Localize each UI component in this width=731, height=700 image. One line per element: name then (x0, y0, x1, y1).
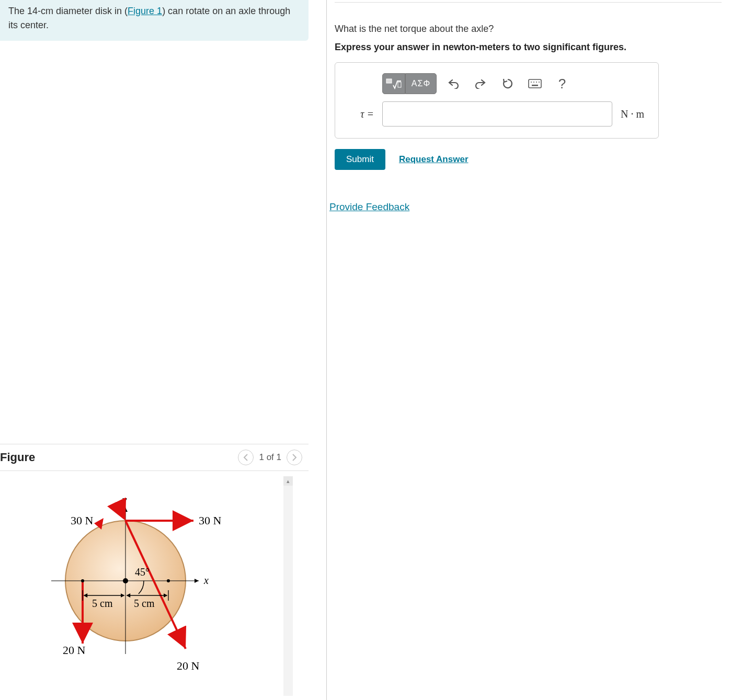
keyboard-icon (528, 79, 542, 88)
figure-link[interactable]: Figure 1 (128, 6, 162, 16)
fraction-sqrt-icon (386, 78, 402, 89)
figure-next-button[interactable] (287, 450, 302, 465)
figure-scrollbar[interactable]: ▴ (283, 476, 293, 696)
svg-point-19 (533, 82, 534, 83)
chevron-right-icon (292, 454, 297, 461)
svg-point-21 (539, 82, 540, 83)
svg-rect-22 (532, 85, 538, 86)
svg-point-14 (167, 579, 170, 582)
provide-feedback-link[interactable]: Provide Feedback (329, 201, 409, 213)
axis-x-label: x (203, 575, 209, 586)
part-panel: What is the net torque about the axle? E… (335, 2, 722, 213)
svg-point-9 (81, 579, 84, 582)
unit-label: N · m (621, 108, 644, 120)
reset-icon (502, 78, 513, 89)
redo-button[interactable] (470, 73, 491, 94)
chevron-left-icon (243, 454, 248, 461)
help-button[interactable]: ? (552, 73, 573, 94)
dim-left-label: 5 cm (92, 598, 113, 609)
undo-icon (448, 78, 459, 89)
column-divider (326, 0, 327, 700)
figure-body: ▴ (0, 476, 293, 696)
template-button[interactable] (382, 73, 405, 94)
answer-box: ΑΣΦ ? τ = N · m (335, 62, 659, 139)
svg-point-18 (531, 82, 532, 83)
angle-label: 45° (135, 566, 150, 578)
equation-toolbar: ΑΣΦ ? (382, 73, 649, 94)
undo-button[interactable] (443, 73, 464, 94)
keyboard-button[interactable] (524, 73, 545, 94)
figure-prev-button[interactable] (238, 450, 254, 465)
figure-panel: Figure 1 of 1 ▴ (0, 444, 309, 700)
figure-title: Figure (0, 451, 35, 464)
problem-statement: The 14-cm diameter disk in (Figure 1) ca… (0, 0, 309, 41)
force-20-down-label: 20 N (63, 644, 86, 657)
greek-button[interactable]: ΑΣΦ (405, 73, 437, 94)
submit-button[interactable]: Submit (335, 149, 385, 170)
request-answer-link[interactable]: Request Answer (399, 154, 469, 165)
answer-input[interactable] (382, 101, 612, 127)
force-30-tangent-label: 30 N (199, 514, 222, 527)
reset-button[interactable] (497, 73, 518, 94)
force-20-edge-label: 20 N (177, 659, 200, 672)
question-text: What is the net torque about the axle? (335, 24, 722, 35)
svg-point-3 (123, 578, 128, 583)
svg-rect-15 (386, 79, 392, 83)
redo-icon (475, 78, 486, 89)
variable-label: τ = (345, 108, 374, 120)
axis-y-label: y (121, 494, 127, 506)
svg-rect-17 (529, 79, 541, 88)
force-30-radial-label: 30 N (71, 514, 94, 527)
svg-rect-16 (398, 82, 401, 87)
problem-prefix: The 14-cm diameter disk in ( (8, 6, 128, 16)
scroll-up-icon: ▴ (283, 476, 293, 486)
svg-point-20 (536, 82, 537, 83)
figure-page-indicator: 1 of 1 (259, 452, 281, 463)
dim-right-label: 5 cm (134, 598, 155, 609)
disk-diagram: y x 30 N 30 N 45° 20 (42, 481, 241, 691)
instruction-text: Express your answer in newton-meters to … (335, 42, 722, 53)
